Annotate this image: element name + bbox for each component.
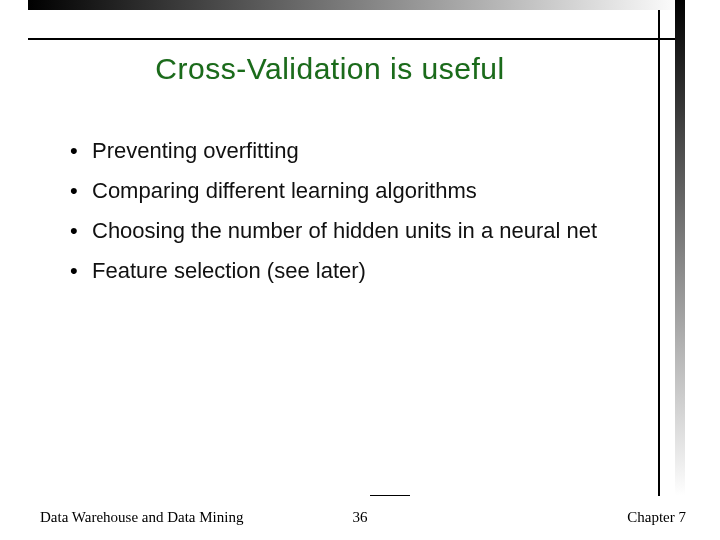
bullet-list: Preventing overfitting Comparing differe… — [70, 135, 630, 295]
list-item-text: Comparing different learning algorithms — [92, 178, 477, 203]
footer-center-rule — [370, 495, 410, 496]
top-horizontal-rule — [28, 38, 678, 40]
slide-title: Cross-Validation is useful — [0, 52, 660, 86]
footer-page-number: 36 — [0, 509, 720, 526]
list-item: Comparing different learning algorithms — [70, 175, 630, 207]
right-gradient-bar — [675, 0, 685, 496]
list-item: Choosing the number of hidden units in a… — [70, 215, 630, 247]
list-item: Preventing overfitting — [70, 135, 630, 167]
list-item: Feature selection (see later) — [70, 255, 630, 287]
top-gradient-bar — [28, 0, 685, 10]
list-item-text: Preventing overfitting — [92, 138, 299, 163]
list-item-text: Choosing the number of hidden units in a… — [92, 218, 597, 243]
slide: Cross-Validation is useful Preventing ov… — [0, 0, 720, 540]
footer-right-text: Chapter 7 — [627, 509, 686, 526]
list-item-text: Feature selection (see later) — [92, 258, 366, 283]
